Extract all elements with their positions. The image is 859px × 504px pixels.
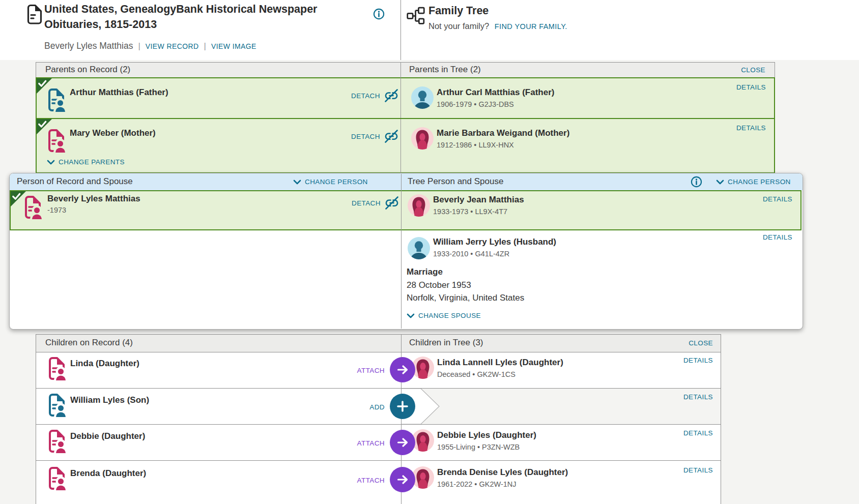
separator: | (133, 41, 145, 51)
tree-child-lifespan: Deceased • GK2W-1CS (437, 370, 516, 378)
child-record-name: Debbie (Daughter) (70, 431, 145, 441)
female-record-icon (48, 129, 66, 153)
details-button[interactable]: DETAILS (683, 357, 713, 364)
record-info-icon[interactable] (373, 8, 385, 20)
male-record-icon (49, 394, 66, 417)
source-linker-page: United States, GenealogyBank Historical … (0, 0, 859, 504)
details-button[interactable]: DETAILS (763, 233, 792, 241)
document-icon (26, 4, 43, 24)
details-button[interactable]: DETAILS (736, 124, 766, 132)
details-button[interactable]: DETAILS (683, 466, 713, 474)
top-header: United States, GenealogyBank Historical … (0, 0, 859, 60)
tree-parent-name: Arthur Carl Matthias (Father) (437, 87, 554, 98)
tree-person-info-icon[interactable] (691, 176, 702, 188)
detach-button[interactable]: DETACH (351, 129, 399, 143)
female-record-icon (49, 467, 66, 490)
person-column-divider (401, 174, 402, 329)
parent-record-name: Mary Weber (Mother) (70, 128, 156, 138)
details-button[interactable]: DETAILS (763, 195, 792, 203)
tree-child-lifespan: 1955-Living • P3ZN-WZB (437, 443, 520, 451)
child-record-name: Brenda (Daughter) (70, 468, 146, 479)
view-record-link[interactable]: VIEW RECORD (146, 42, 199, 50)
children-close-button[interactable]: CLOSE (689, 339, 713, 347)
arrow-right-icon (395, 362, 410, 377)
change-parents-button[interactable]: CHANGE PARENTS (47, 158, 125, 166)
view-image-link[interactable]: VIEW IMAGE (211, 42, 256, 50)
plus-icon (395, 399, 410, 414)
attach-button[interactable] (390, 430, 415, 455)
record-person-name: Beverly Lyles Matthias (44, 41, 133, 51)
parents-record-header: Parents on Record (2) (45, 65, 130, 75)
child-record-name: William Lyles (Son) (70, 395, 149, 405)
child-row: Brenda (Daughter) ATTACH Brenda Denise L… (36, 460, 721, 504)
male-avatar (408, 237, 430, 259)
attach-label: ATTACH (341, 367, 385, 374)
parents-tree-header: Parents in Tree (2) (409, 65, 481, 75)
tree-child-name: Brenda Denise Lyles (Daughter) (437, 467, 568, 478)
change-spouse-button[interactable]: CHANGE SPOUSE (407, 312, 481, 319)
change-person-button-tree[interactable]: CHANGE PERSON (716, 178, 791, 186)
details-button[interactable]: DETAILS (683, 393, 713, 401)
arrow-right-icon (395, 472, 410, 487)
detach-button[interactable]: DETACH (351, 88, 399, 103)
marriage-date: 28 October 1953 (407, 280, 471, 290)
tree-person-name: Beverly Jean Matthias (433, 195, 524, 205)
children-record-header: Children on Record (4) (45, 338, 133, 348)
marriage-label: Marriage (407, 267, 443, 277)
child-record-name: Linda (Daughter) (70, 359, 139, 369)
not-in-tree-cell (402, 389, 721, 424)
female-record-icon (49, 430, 66, 453)
child-row: Debbie (Daughter) ATTACH Debbie Lyles (D… (36, 424, 721, 460)
change-parents-label: CHANGE PARENTS (59, 158, 125, 166)
tree-title: Family Tree (428, 3, 489, 18)
chevron-down-icon (47, 160, 55, 165)
person-tree-header: Tree Person and Spouse (408, 176, 503, 187)
unlink-icon (384, 88, 399, 103)
change-person-button-record[interactable]: CHANGE PERSON (293, 178, 368, 186)
attach-button[interactable] (390, 357, 415, 382)
spouse-name: William Jerry Lyles (Husband) (433, 237, 556, 247)
person-spouse-panel: Person of Record and Spouse CHANGE PERSO… (9, 173, 803, 330)
child-row: Linda (Daughter) ATTACH Linda Lannell Ly… (36, 352, 721, 388)
attached-check-icon (11, 191, 26, 206)
female-avatar (411, 127, 434, 150)
family-tree-icon (406, 5, 425, 27)
children-panel: Children on Record (4) Children in Tree … (36, 334, 721, 504)
detach-button[interactable]: DETACH (352, 196, 399, 210)
marriage-place: Norfolk, Virginia, United States (407, 293, 524, 303)
male-avatar (411, 86, 434, 109)
tree-person-lifespan: 1933-1973 • LL9X-4T7 (433, 207, 507, 216)
find-your-family-link[interactable]: FIND YOUR FAMILY. (495, 22, 567, 31)
detach-label: DETACH (351, 133, 380, 140)
parents-panel: Parents on Record (2) Parents in Tree (2… (36, 62, 775, 173)
chevron-down-icon (716, 180, 724, 185)
detach-label: DETACH (351, 92, 380, 100)
not-your-family-line: Not your family? FIND YOUR FAMILY. (428, 21, 567, 31)
arrow-right-icon (395, 435, 410, 450)
details-button[interactable]: DETAILS (736, 83, 766, 91)
detach-label: DETACH (352, 199, 381, 207)
change-person-label: CHANGE PERSON (305, 178, 368, 186)
record-person-line: Beverly Lyles Matthias | VIEW RECORD | V… (44, 41, 256, 51)
add-button[interactable] (390, 394, 415, 419)
tree-child-lifespan: 1961-2022 • GK2W-1NJ (437, 480, 517, 488)
tree-parent-lifespan: 1912-1986 • LL9X-HNX (437, 141, 514, 149)
attach-button[interactable] (390, 467, 415, 492)
female-record-icon (25, 196, 42, 219)
tree-child-name: Linda Lannell Lyles (Daughter) (437, 358, 563, 368)
parents-row-separator (36, 118, 775, 119)
child-row: William Lyles (Son) ADD DETAILS (36, 388, 721, 424)
record-source-title: United States, GenealogyBank Historical … (44, 2, 329, 32)
parents-panel-header: Parents on Record (2) Parents in Tree (2… (36, 62, 775, 78)
chevron-down-icon (407, 313, 415, 318)
unlink-icon (384, 196, 399, 210)
person-record-lifespan: -1973 (47, 206, 66, 214)
add-label: ADD (341, 403, 385, 411)
details-button[interactable]: DETAILS (683, 429, 713, 437)
parent-record-name: Arthur Matthias (Father) (70, 87, 168, 98)
tree-parent-name: Marie Barbara Weigand (Mother) (437, 128, 569, 138)
male-record-icon (48, 88, 66, 112)
parents-close-button[interactable]: CLOSE (741, 66, 765, 74)
change-person-label: CHANGE PERSON (728, 178, 791, 186)
not-your-family-text: Not your family? (428, 21, 489, 31)
